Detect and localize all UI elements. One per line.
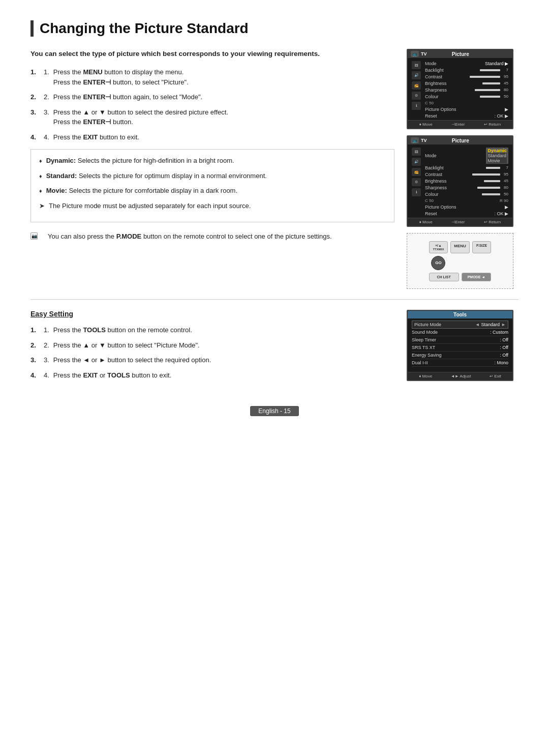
bullet-dynamic: ♦ Dynamic: Selects the picture for high-… bbox=[39, 156, 386, 166]
tv-label-2: TV bbox=[421, 138, 427, 143]
page-number-badge: English - 15 bbox=[250, 406, 298, 416]
right-column: 📺 TV Picture 🖼 🔊 📻 ⚙ ℹ Mode Standa bbox=[407, 49, 518, 289]
tv-row-contrast-2: Contrast 95 bbox=[425, 171, 508, 178]
tools-label-sound-mode: Sound Mode bbox=[412, 330, 438, 335]
tools-label-energy: Energy Saving bbox=[412, 353, 442, 358]
easy-step-4-text: Press the EXIT or TOOLS button to exit. bbox=[53, 370, 171, 381]
main-content: You can select the type of picture which… bbox=[30, 49, 518, 289]
easy-step-num-1: 1. bbox=[44, 325, 49, 335]
tv-footer-move: ♦ Move bbox=[419, 122, 433, 127]
tv-icon-2-4: ⚙ bbox=[412, 178, 421, 186]
remote-note-row: 📷 You can also press the P.MODE button o… bbox=[30, 231, 394, 242]
step-number: 2. bbox=[44, 92, 49, 102]
tv-footer-1: ♦ Move ⊣Enter ↩ Return bbox=[408, 120, 512, 128]
tools-row-dual: Dual I-II : Mono bbox=[412, 359, 508, 367]
step-number: 1. bbox=[44, 67, 49, 87]
tools-screen: Tools Picture Mode ◄ Standard ► Sound Mo… bbox=[407, 310, 513, 381]
intro-text: You can select the type of picture which… bbox=[30, 49, 394, 59]
bullet-movie-text: Movie: Selects the picture for comfortab… bbox=[46, 186, 237, 196]
pmode-button: PMODE ◄ bbox=[462, 273, 492, 281]
menu-keyword: MENU bbox=[83, 68, 102, 76]
tv-footer-2: ♦ Move ⊣Enter ↩ Return bbox=[408, 218, 512, 226]
tv-footer-return-2: ↩ Return bbox=[484, 220, 501, 224]
spacer-btn-2 bbox=[472, 256, 486, 270]
bullet-standard: ♦ Standard: Selects the picture for opti… bbox=[39, 171, 386, 181]
easy-step-3: 3. Press the ◄ or ► button to select the… bbox=[30, 355, 394, 365]
colour-bar-2 bbox=[482, 193, 500, 195]
tv-row-colour: Colour 50 bbox=[425, 93, 508, 100]
tv-label-1: TV bbox=[421, 51, 427, 56]
tv-row-pic-opts: Picture Options ▶ bbox=[425, 106, 508, 112]
easy-setting-left: Easy Setting 1. Press the TOOLS button o… bbox=[30, 310, 394, 387]
contrast-bar bbox=[470, 76, 500, 78]
go-button: GO bbox=[431, 256, 445, 270]
brightness-bar bbox=[482, 82, 500, 84]
left-column: You can select the type of picture which… bbox=[30, 49, 394, 289]
tv-icon-antenna-2: 📺 bbox=[411, 137, 419, 143]
exit-keyword: EXIT bbox=[83, 133, 98, 141]
step-3: 3. Press the ▲ or ▼ button to select the… bbox=[30, 107, 394, 127]
diamond-icon-2: ♦ bbox=[39, 172, 42, 181]
tools-footer-exit: ↩ Exit bbox=[490, 374, 501, 379]
tv-row-c50-r90: C 50 R 90 bbox=[425, 197, 508, 203]
tv-icon-3: 📻 bbox=[412, 81, 421, 90]
tv-icon-2: 🔊 bbox=[412, 71, 421, 79]
tv-screen-2: 📺 TV Picture 🖼 🔊 📻 ⚙ ℹ Mode bbox=[407, 135, 513, 227]
picture-modes-bullets: ♦ Dynamic: Selects the picture for high-… bbox=[30, 149, 394, 222]
tv-footer-move-2: ♦ Move bbox=[419, 220, 433, 224]
step-4-text: Press the EXIT button to exit. bbox=[53, 132, 139, 142]
tools-row-picture-mode: Picture Mode ◄ Standard ► bbox=[412, 321, 508, 329]
tv-row-brightness-2: Brightness 45 bbox=[425, 178, 508, 184]
tv-content-2: Mode Dynamic Standard Movie Backlight 7 bbox=[425, 147, 508, 217]
step-1: 1. Press the MENU button to display the … bbox=[30, 67, 394, 87]
main-steps-list: 1. Press the MENU button to display the … bbox=[30, 67, 394, 142]
tools-body: Picture Mode ◄ Standard ► Sound Mode : C… bbox=[408, 318, 512, 368]
easy-step-2-text: Press the ▲ or ▼ button to select "Pictu… bbox=[53, 340, 200, 351]
tv-row-backlight: Backlight 7 bbox=[425, 67, 508, 73]
tools-val-picture-mode: ◄ Standard ► bbox=[475, 322, 506, 327]
tv-row-brightness: Brightness 45 bbox=[425, 80, 508, 86]
chlist-button: CH LIST bbox=[429, 273, 459, 281]
contrast-bar-2 bbox=[472, 173, 500, 176]
tv-row-contrast: Contrast 95 bbox=[425, 73, 508, 80]
tools-keyword: TOOLS bbox=[83, 326, 106, 334]
psize-button: P.SIZE bbox=[472, 241, 492, 253]
bullet-standard-text: Standard: Selects the picture for optimu… bbox=[46, 171, 267, 181]
diamond-icon: ♦ bbox=[39, 157, 42, 166]
enter-keyword-3: ENTER⊣ bbox=[83, 118, 111, 126]
tv-body-1: 🖼 🔊 📻 ⚙ ℹ Mode Standard ▶ Backlight bbox=[408, 58, 512, 120]
bullet-dynamic-text: Dynamic: Selects the picture for high-de… bbox=[46, 156, 234, 166]
tv-icons-left: 📺 TV bbox=[411, 51, 427, 57]
tv-body-2: 🖼 🔊 📻 ⚙ ℹ Mode Dynamic Standard Movie bbox=[408, 144, 512, 218]
ttxmix-button: ≡/▲TTXMIX bbox=[429, 241, 448, 253]
diamond-icon-3: ♦ bbox=[39, 187, 42, 196]
tv-header-2: 📺 TV Picture bbox=[408, 136, 512, 144]
tv-row-colour-2: Colour 50 bbox=[425, 191, 508, 197]
tv-sidebar-1: 🖼 🔊 📻 ⚙ ℹ bbox=[412, 60, 421, 119]
tv-sidebar-2: 🖼 🔊 📻 ⚙ ℹ bbox=[412, 147, 421, 217]
tv-row-pic-opts-2: Picture Options ▶ bbox=[425, 203, 508, 210]
mode-dropdown: Dynamic Standard Movie bbox=[486, 148, 508, 164]
sharpness-bar bbox=[475, 89, 500, 91]
tv-menu-title-1: Picture bbox=[452, 51, 469, 57]
remote-control-image: ≡/▲TTXMIX MENU P.SIZE GO CH LIST PMODE ◄ bbox=[407, 233, 513, 289]
easy-step-num-3: 3. bbox=[44, 355, 49, 365]
easy-step-num-2: 2. bbox=[44, 340, 49, 351]
tv-row-mode: Mode Standard ▶ bbox=[425, 60, 508, 67]
tv-icon-4: ⚙ bbox=[412, 92, 421, 100]
bullet-movie: ♦ Movie: Selects the picture for comfort… bbox=[39, 186, 386, 196]
tools-label-picture-mode: Picture Mode bbox=[414, 322, 441, 327]
tv-content-1: Mode Standard ▶ Backlight 7 Contrast bbox=[425, 60, 508, 119]
enter-keyword: ENTER⊣ bbox=[83, 78, 111, 86]
backlight-bar-2 bbox=[486, 167, 500, 169]
easy-step-2: 2. Press the ▲ or ▼ button to select "Pi… bbox=[30, 340, 394, 351]
step-2-text: Press the ENTER⊣ button again, to select… bbox=[53, 92, 202, 102]
camera-icon: 📷 bbox=[30, 232, 38, 240]
tv-footer-enter-2: ⊣Enter bbox=[451, 220, 465, 224]
brightness-bar-2 bbox=[484, 180, 500, 182]
step-number: 4. bbox=[44, 132, 49, 142]
tv-header-1: 📺 TV Picture bbox=[408, 50, 512, 58]
arrow-icon: ➤ bbox=[39, 201, 45, 211]
step-number: 3. bbox=[44, 107, 49, 127]
tv-row-sharpness: Sharpness 80 bbox=[425, 86, 508, 93]
